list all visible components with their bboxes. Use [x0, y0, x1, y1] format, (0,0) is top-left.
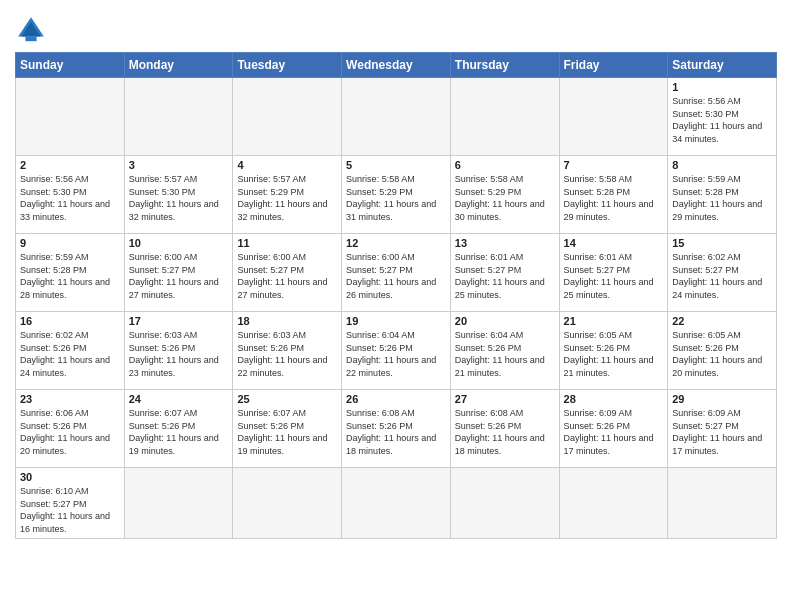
day-number: 22	[672, 315, 772, 327]
calendar-empty-cell	[342, 468, 451, 539]
day-number: 16	[20, 315, 120, 327]
calendar-empty-cell	[233, 468, 342, 539]
day-info: Sunrise: 6:09 AMSunset: 5:27 PMDaylight:…	[672, 407, 772, 457]
svg-rect-2	[25, 36, 36, 41]
day-info: Sunrise: 6:02 AMSunset: 5:27 PMDaylight:…	[672, 251, 772, 301]
day-info: Sunrise: 6:01 AMSunset: 5:27 PMDaylight:…	[564, 251, 664, 301]
calendar-day-cell: 1Sunrise: 5:56 AMSunset: 5:30 PMDaylight…	[668, 78, 777, 156]
day-info: Sunrise: 6:05 AMSunset: 5:26 PMDaylight:…	[672, 329, 772, 379]
day-number: 11	[237, 237, 337, 249]
day-info: Sunrise: 5:57 AMSunset: 5:30 PMDaylight:…	[129, 173, 229, 223]
day-info: Sunrise: 6:07 AMSunset: 5:26 PMDaylight:…	[129, 407, 229, 457]
calendar-week-2: 2Sunrise: 5:56 AMSunset: 5:30 PMDaylight…	[16, 156, 777, 234]
calendar-empty-cell	[559, 78, 668, 156]
calendar-week-4: 16Sunrise: 6:02 AMSunset: 5:26 PMDayligh…	[16, 312, 777, 390]
calendar-empty-cell	[450, 468, 559, 539]
calendar-week-3: 9Sunrise: 5:59 AMSunset: 5:28 PMDaylight…	[16, 234, 777, 312]
day-number: 12	[346, 237, 446, 249]
calendar-day-cell: 7Sunrise: 5:58 AMSunset: 5:28 PMDaylight…	[559, 156, 668, 234]
calendar-day-cell: 6Sunrise: 5:58 AMSunset: 5:29 PMDaylight…	[450, 156, 559, 234]
calendar-empty-cell	[124, 78, 233, 156]
day-number: 3	[129, 159, 229, 171]
day-info: Sunrise: 5:58 AMSunset: 5:29 PMDaylight:…	[455, 173, 555, 223]
day-number: 6	[455, 159, 555, 171]
day-number: 21	[564, 315, 664, 327]
calendar-day-cell: 8Sunrise: 5:59 AMSunset: 5:28 PMDaylight…	[668, 156, 777, 234]
calendar-day-cell: 14Sunrise: 6:01 AMSunset: 5:27 PMDayligh…	[559, 234, 668, 312]
calendar-day-cell: 27Sunrise: 6:08 AMSunset: 5:26 PMDayligh…	[450, 390, 559, 468]
calendar-empty-cell	[668, 468, 777, 539]
logo	[15, 14, 53, 46]
calendar-day-cell: 5Sunrise: 5:58 AMSunset: 5:29 PMDaylight…	[342, 156, 451, 234]
calendar-empty-cell	[233, 78, 342, 156]
calendar-day-cell: 22Sunrise: 6:05 AMSunset: 5:26 PMDayligh…	[668, 312, 777, 390]
day-number: 28	[564, 393, 664, 405]
day-info: Sunrise: 5:59 AMSunset: 5:28 PMDaylight:…	[20, 251, 120, 301]
calendar-week-5: 23Sunrise: 6:06 AMSunset: 5:26 PMDayligh…	[16, 390, 777, 468]
calendar-week-1: 1Sunrise: 5:56 AMSunset: 5:30 PMDaylight…	[16, 78, 777, 156]
day-info: Sunrise: 6:00 AMSunset: 5:27 PMDaylight:…	[346, 251, 446, 301]
day-info: Sunrise: 6:00 AMSunset: 5:27 PMDaylight:…	[129, 251, 229, 301]
day-number: 24	[129, 393, 229, 405]
day-info: Sunrise: 6:01 AMSunset: 5:27 PMDaylight:…	[455, 251, 555, 301]
calendar-day-cell: 21Sunrise: 6:05 AMSunset: 5:26 PMDayligh…	[559, 312, 668, 390]
day-number: 19	[346, 315, 446, 327]
calendar-day-cell: 12Sunrise: 6:00 AMSunset: 5:27 PMDayligh…	[342, 234, 451, 312]
calendar-day-cell: 20Sunrise: 6:04 AMSunset: 5:26 PMDayligh…	[450, 312, 559, 390]
day-info: Sunrise: 6:04 AMSunset: 5:26 PMDaylight:…	[455, 329, 555, 379]
calendar-day-cell: 24Sunrise: 6:07 AMSunset: 5:26 PMDayligh…	[124, 390, 233, 468]
weekday-header-monday: Monday	[124, 53, 233, 78]
calendar-day-cell: 13Sunrise: 6:01 AMSunset: 5:27 PMDayligh…	[450, 234, 559, 312]
calendar-day-cell: 9Sunrise: 5:59 AMSunset: 5:28 PMDaylight…	[16, 234, 125, 312]
day-number: 15	[672, 237, 772, 249]
weekday-header-saturday: Saturday	[668, 53, 777, 78]
day-number: 8	[672, 159, 772, 171]
calendar-day-cell: 26Sunrise: 6:08 AMSunset: 5:26 PMDayligh…	[342, 390, 451, 468]
weekday-header-sunday: Sunday	[16, 53, 125, 78]
day-number: 14	[564, 237, 664, 249]
calendar-day-cell: 30Sunrise: 6:10 AMSunset: 5:27 PMDayligh…	[16, 468, 125, 539]
calendar-empty-cell	[450, 78, 559, 156]
day-info: Sunrise: 6:07 AMSunset: 5:26 PMDaylight:…	[237, 407, 337, 457]
day-number: 20	[455, 315, 555, 327]
calendar-week-6: 30Sunrise: 6:10 AMSunset: 5:27 PMDayligh…	[16, 468, 777, 539]
day-number: 23	[20, 393, 120, 405]
calendar-day-cell: 16Sunrise: 6:02 AMSunset: 5:26 PMDayligh…	[16, 312, 125, 390]
day-info: Sunrise: 5:59 AMSunset: 5:28 PMDaylight:…	[672, 173, 772, 223]
calendar-day-cell: 3Sunrise: 5:57 AMSunset: 5:30 PMDaylight…	[124, 156, 233, 234]
calendar-day-cell: 23Sunrise: 6:06 AMSunset: 5:26 PMDayligh…	[16, 390, 125, 468]
calendar-day-cell: 4Sunrise: 5:57 AMSunset: 5:29 PMDaylight…	[233, 156, 342, 234]
calendar-day-cell: 10Sunrise: 6:00 AMSunset: 5:27 PMDayligh…	[124, 234, 233, 312]
day-info: Sunrise: 6:10 AMSunset: 5:27 PMDaylight:…	[20, 485, 120, 535]
day-number: 18	[237, 315, 337, 327]
calendar-day-cell: 11Sunrise: 6:00 AMSunset: 5:27 PMDayligh…	[233, 234, 342, 312]
day-number: 30	[20, 471, 120, 483]
day-info: Sunrise: 6:00 AMSunset: 5:27 PMDaylight:…	[237, 251, 337, 301]
calendar-day-cell: 18Sunrise: 6:03 AMSunset: 5:26 PMDayligh…	[233, 312, 342, 390]
day-number: 29	[672, 393, 772, 405]
calendar-empty-cell	[342, 78, 451, 156]
weekday-header-friday: Friday	[559, 53, 668, 78]
calendar: SundayMondayTuesdayWednesdayThursdayFrid…	[15, 52, 777, 539]
day-number: 2	[20, 159, 120, 171]
calendar-day-cell: 28Sunrise: 6:09 AMSunset: 5:26 PMDayligh…	[559, 390, 668, 468]
calendar-empty-cell	[16, 78, 125, 156]
calendar-empty-cell	[559, 468, 668, 539]
logo-icon	[15, 14, 47, 46]
page: SundayMondayTuesdayWednesdayThursdayFrid…	[0, 0, 792, 612]
calendar-header-row: SundayMondayTuesdayWednesdayThursdayFrid…	[16, 53, 777, 78]
day-info: Sunrise: 6:03 AMSunset: 5:26 PMDaylight:…	[129, 329, 229, 379]
day-info: Sunrise: 6:02 AMSunset: 5:26 PMDaylight:…	[20, 329, 120, 379]
calendar-day-cell: 19Sunrise: 6:04 AMSunset: 5:26 PMDayligh…	[342, 312, 451, 390]
day-info: Sunrise: 6:04 AMSunset: 5:26 PMDaylight:…	[346, 329, 446, 379]
header	[15, 10, 777, 46]
day-number: 9	[20, 237, 120, 249]
calendar-day-cell: 15Sunrise: 6:02 AMSunset: 5:27 PMDayligh…	[668, 234, 777, 312]
calendar-day-cell: 29Sunrise: 6:09 AMSunset: 5:27 PMDayligh…	[668, 390, 777, 468]
day-info: Sunrise: 6:08 AMSunset: 5:26 PMDaylight:…	[346, 407, 446, 457]
day-number: 1	[672, 81, 772, 93]
day-info: Sunrise: 5:58 AMSunset: 5:28 PMDaylight:…	[564, 173, 664, 223]
day-number: 10	[129, 237, 229, 249]
day-info: Sunrise: 6:06 AMSunset: 5:26 PMDaylight:…	[20, 407, 120, 457]
day-number: 5	[346, 159, 446, 171]
